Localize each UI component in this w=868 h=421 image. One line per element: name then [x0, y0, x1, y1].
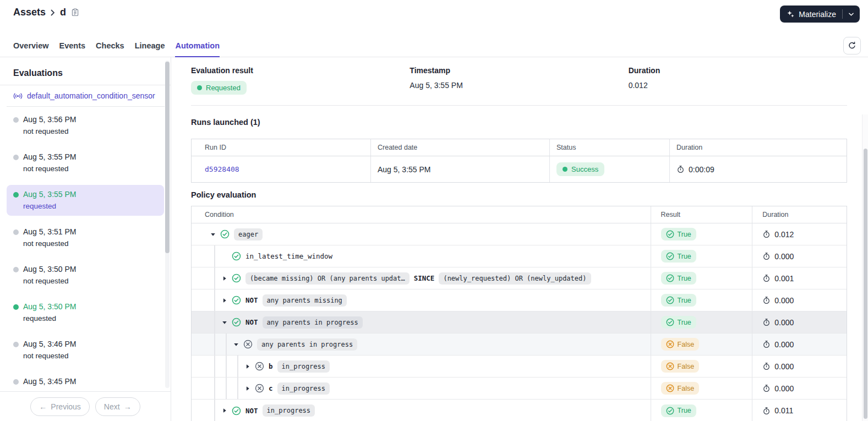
expand-caret-icon[interactable]	[244, 364, 252, 369]
breadcrumb-current-asset: d	[60, 7, 66, 18]
condition-row[interactable]: eager True 0.012	[192, 223, 847, 245]
expand-caret-icon[interactable]	[221, 276, 228, 281]
indent-guide	[221, 356, 232, 377]
evaluation-status: not requested	[23, 163, 157, 174]
stopwatch-icon	[762, 407, 771, 415]
result-badge: False	[661, 360, 700, 373]
stopwatch-icon	[762, 296, 771, 304]
evaluation-list-item[interactable]: Aug 5, 3:50 PM requested	[7, 297, 164, 328]
materialize-dropdown-button[interactable]	[843, 6, 860, 23]
stopwatch-icon	[676, 165, 685, 173]
evaluation-list-item[interactable]: Aug 5, 3:50 PM not requested	[7, 260, 164, 291]
run-row: d5928408 Aug 5, 3:55 PM Success 0:00:	[192, 156, 847, 182]
evaluation-result-label: Evaluation result	[191, 66, 410, 75]
condition-expression: NOTany parents missing	[245, 294, 347, 307]
condition-duration: 0.001	[774, 274, 794, 283]
condition-chip: in_progress	[277, 382, 330, 395]
expand-caret-icon[interactable]	[221, 320, 228, 325]
condition-result-icon	[232, 251, 241, 261]
evaluation-list-item[interactable]: Aug 5, 3:46 PM not requested	[7, 335, 164, 365]
condition-row[interactable]: (became missing) OR (any parents updat…S…	[192, 267, 847, 289]
evaluation-list-item[interactable]: Aug 5, 3:56 PM not requested	[7, 110, 164, 141]
evaluation-list-item[interactable]: Aug 5, 3:55 PM requested	[7, 185, 164, 216]
condition-result-icon	[232, 318, 241, 327]
expand-caret-icon[interactable]	[244, 386, 252, 391]
tab-overview[interactable]: Overview	[13, 34, 49, 57]
expand-caret-icon[interactable]	[221, 408, 228, 413]
copy-asset-name-icon[interactable]	[72, 8, 79, 17]
stopwatch-icon	[762, 340, 771, 348]
asset-automation-page: Assets d Materialize OverviewEventsCheck…	[0, 0, 868, 421]
condition-row[interactable]: NOTany parents in progress True 0.	[192, 311, 847, 333]
condition-duration: 0.012	[774, 230, 794, 239]
previous-button[interactable]: ← Previous	[30, 397, 89, 416]
run-id-link[interactable]: d5928408	[205, 165, 239, 173]
condition-plain: in_latest_time_window	[245, 252, 332, 260]
column-header-duration: Duration	[669, 139, 847, 156]
column-header-duration: Duration	[752, 206, 847, 223]
tab-events[interactable]: Events	[59, 34, 86, 57]
indent-guide	[209, 289, 221, 311]
evaluation-list-item[interactable]: Aug 5, 3:55 PM not requested	[7, 147, 164, 178]
chevron-down-icon	[849, 13, 854, 16]
condition-duration: 0.000	[774, 252, 794, 261]
condition-row[interactable]: in_latest_time_window True 0.000	[192, 245, 847, 267]
condition-row[interactable]: NOTin_progress True 0.011	[192, 400, 847, 421]
chevron-right-icon	[51, 9, 55, 16]
refresh-button[interactable]	[843, 37, 861, 54]
condition-result-icon	[232, 296, 241, 305]
condition-chip: any parents in progress	[263, 316, 363, 329]
column-header-run-id: Run ID	[192, 139, 370, 156]
stopwatch-icon	[762, 252, 771, 260]
stopwatch-icon	[762, 230, 771, 238]
result-badge: False	[661, 382, 700, 395]
indent-guide	[209, 333, 221, 355]
main-scrollbar[interactable]	[862, 114, 868, 421]
condition-chip: any parents in progress	[257, 338, 357, 351]
expand-caret-icon[interactable]	[232, 342, 240, 347]
sensor-row: default_automation_condition_sensor	[0, 85, 171, 106]
evaluation-status: not requested	[23, 125, 157, 137]
scrollbar-thumb[interactable]	[165, 62, 170, 253]
evaluation-summary: Evaluation result Requested Timestamp Au…	[191, 66, 847, 95]
condition-row[interactable]: NOTany parents missing True 0.000	[192, 289, 847, 311]
duration-label: Duration	[629, 66, 847, 75]
expand-caret-icon[interactable]	[209, 232, 217, 237]
evaluation-list-item[interactable]: Aug 5, 3:51 PM not requested	[7, 222, 164, 253]
condition-row[interactable]: bin_progress False 0.000	[192, 356, 847, 378]
tab-checks[interactable]: Checks	[96, 34, 124, 57]
column-header-created-date: Created date	[370, 139, 549, 156]
next-button[interactable]: Next →	[95, 397, 140, 416]
breadcrumb-assets-link[interactable]: Assets	[13, 7, 46, 18]
status-dot	[13, 192, 19, 198]
result-badge: True	[661, 404, 696, 417]
evaluation-list-item[interactable]: Aug 5, 3:45 PM	[7, 372, 164, 391]
sensor-link[interactable]: default_automation_condition_sensor	[27, 91, 155, 100]
condition-expression: NOTany parents in progress	[245, 316, 363, 329]
indent-guide	[209, 356, 221, 377]
expand-caret-icon[interactable]	[221, 298, 228, 303]
refresh-icon	[848, 41, 856, 50]
condition-row[interactable]: cin_progress False 0.000	[192, 378, 847, 400]
arrow-left-icon: ←	[39, 402, 47, 411]
condition-op: SINCE	[414, 274, 435, 282]
sidebar-scrollbar[interactable]	[165, 61, 170, 388]
column-header-status: Status	[549, 139, 669, 156]
evaluation-status: not requested	[23, 238, 157, 249]
condition-result-icon	[232, 274, 241, 283]
condition-result-icon	[255, 384, 264, 393]
status-dot	[563, 167, 567, 172]
tab-automation[interactable]: Automation	[175, 34, 220, 57]
scrollbar-thumb[interactable]	[864, 149, 867, 419]
sidebar-title: Evaluations	[13, 68, 157, 78]
materialize-button[interactable]: Materialize	[780, 6, 842, 23]
condition-op: NOT	[245, 407, 258, 415]
run-created-date: Aug 5, 3:55 PM	[370, 156, 549, 182]
condition-expression: NOTin_progress	[245, 404, 315, 417]
tab-list: OverviewEventsChecksLineageAutomation	[13, 34, 220, 57]
condition-row[interactable]: any parents in progress False 0.00	[192, 333, 847, 356]
condition-duration: 0.000	[774, 340, 794, 349]
condition-op: NOT	[245, 296, 258, 304]
arrow-right-icon: →	[124, 402, 132, 411]
tab-lineage[interactable]: Lineage	[135, 34, 165, 57]
